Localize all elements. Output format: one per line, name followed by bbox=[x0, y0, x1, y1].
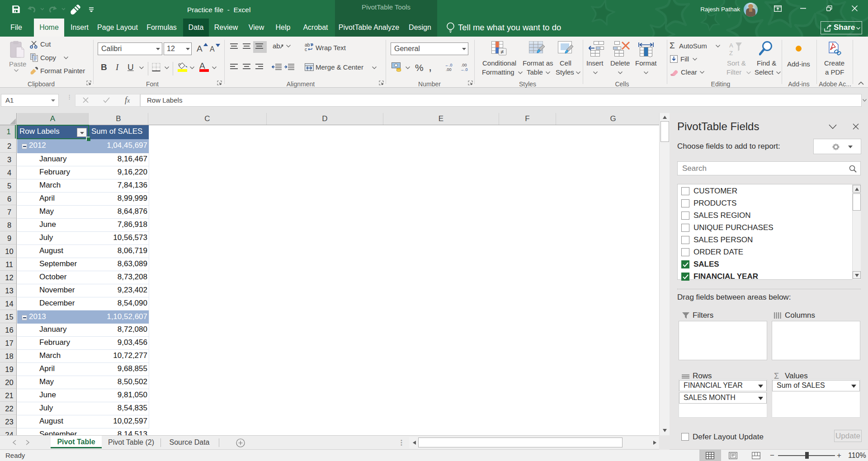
svg-text:.00: .00 bbox=[446, 67, 452, 71]
svg-text:→.0: →.0 bbox=[460, 67, 468, 71]
svg-text:A: A bbox=[729, 42, 733, 49]
svg-text:.00: .00 bbox=[461, 63, 467, 67]
svg-text:≠: ≠ bbox=[500, 48, 504, 55]
svg-text:←.0: ←.0 bbox=[445, 63, 453, 67]
svg-text:Z: Z bbox=[729, 50, 733, 56]
svg-text:c: c bbox=[305, 47, 307, 52]
svg-text:ab: ab bbox=[273, 42, 280, 50]
